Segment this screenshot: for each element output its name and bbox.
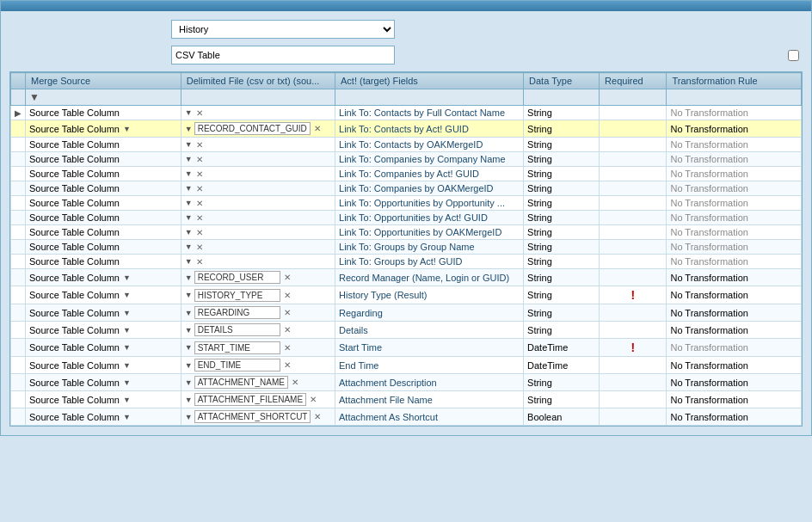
col-delimited[interactable]: Delimited File (csv or txt) (sou... [181, 73, 335, 89]
source-dropdown-arrow[interactable]: ▼ [123, 396, 131, 404]
cell-merge-source: Source Table Column [26, 211, 181, 225]
cell-required [600, 120, 667, 138]
source-label: Source Table Column [29, 107, 120, 118]
delimited-clear-button[interactable]: ✕ [196, 213, 203, 223]
delimited-clear-button[interactable]: ✕ [284, 360, 291, 370]
delimited-dropdown-arrow[interactable]: ▼ [185, 309, 193, 317]
source-dropdown-arrow[interactable]: ▼ [123, 291, 131, 299]
delimited-dropdown-arrow[interactable]: ▼ [185, 343, 193, 352]
source-label: Source Table Column [29, 198, 120, 208]
delimited-clear-button[interactable]: ✕ [284, 308, 291, 317]
cell-datatype: String [524, 211, 600, 225]
cell-act-field: Link To: Opportunities by OAKMergeID [335, 225, 524, 240]
delimited-clear-button[interactable]: ✕ [284, 273, 291, 282]
delimited-dropdown-arrow[interactable]: ▼ [185, 243, 193, 251]
cell-expand [11, 240, 26, 255]
cell-expand [11, 255, 26, 269]
cell-expand [11, 269, 26, 286]
source-label: Source Table Column [29, 242, 120, 252]
cell-required [600, 167, 667, 181]
source-dropdown-arrow[interactable]: ▼ [123, 326, 131, 335]
delimited-dropdown-arrow[interactable]: ▼ [185, 199, 193, 207]
delimited-clear-button[interactable]: ✕ [196, 169, 203, 179]
col-required[interactable]: Required [600, 73, 667, 89]
delimited-clear-button[interactable]: ✕ [196, 199, 203, 208]
delimited-clear-button[interactable]: ✕ [196, 108, 203, 118]
source-label: Source Table Column [29, 395, 120, 405]
delimited-dropdown-arrow[interactable]: ▼ [185, 108, 193, 117]
delimited-dropdown-arrow[interactable]: ▼ [185, 125, 193, 133]
transform-value: No Transformation [670, 107, 747, 118]
filter-datatype [524, 89, 600, 106]
transform-value: No Transformation [670, 325, 747, 335]
delimited-dropdown-arrow[interactable]: ▼ [185, 361, 193, 370]
delimited-clear-button[interactable]: ✕ [284, 291, 291, 300]
cell-act-field: Link To: Contacts by OAKMergeID [335, 138, 524, 152]
cell-transform: No Transformation [667, 240, 802, 255]
cell-merge-source: Source Table Column [26, 138, 181, 152]
delimited-clear-button[interactable]: ✕ [196, 155, 203, 164]
delimited-dropdown-arrow[interactable]: ▼ [185, 326, 193, 335]
act-field-text: End Time [339, 360, 378, 371]
table-body: ▶Source Table Column▼✕Link To: Contacts … [11, 106, 802, 426]
delimited-dropdown-arrow[interactable]: ▼ [185, 257, 193, 266]
cell-act-field: Regarding [335, 304, 524, 322]
delimited-dropdown-arrow[interactable]: ▼ [185, 273, 193, 282]
source-dropdown-arrow[interactable]: ▼ [123, 361, 131, 370]
delimited-dropdown-arrow[interactable]: ▼ [185, 155, 193, 163]
col-datatype[interactable]: Data Type [524, 73, 600, 89]
source-label: Source Table Column [29, 183, 120, 193]
delimited-input[interactable] [171, 46, 395, 64]
source-dropdown-arrow[interactable]: ▼ [123, 343, 131, 352]
delimited-dropdown-arrow[interactable]: ▼ [185, 169, 193, 178]
delimited-dropdown-arrow[interactable]: ▼ [185, 378, 193, 387]
table-row: Source Table Column▼✕Link To: Companies … [11, 181, 802, 196]
delimited-dropdown-arrow[interactable]: ▼ [185, 396, 193, 404]
cell-expand [11, 339, 26, 357]
filter-delimited [181, 89, 335, 106]
table-row: Source Table Column▼▼RECORD_USER✕Record … [11, 269, 802, 286]
table-row: Source Table Column▼✕Link To: Opportunit… [11, 211, 802, 225]
cell-transform: No Transformation [667, 357, 802, 374]
act-table-select[interactable]: History [171, 20, 395, 39]
col-merge-source[interactable]: Merge Source [26, 73, 181, 89]
cell-expand [11, 304, 26, 322]
source-label: Source Table Column [29, 154, 120, 164]
delimited-clear-button[interactable]: ✕ [196, 184, 203, 193]
source-dropdown-arrow[interactable]: ▼ [123, 309, 131, 317]
cell-required [600, 391, 667, 408]
delimited-dropdown-arrow[interactable]: ▼ [185, 213, 193, 222]
source-dropdown-arrow[interactable]: ▼ [123, 125, 131, 133]
delimited-dropdown-arrow[interactable]: ▼ [185, 291, 193, 299]
delimited-clear-button[interactable]: ✕ [284, 343, 291, 353]
delimited-dropdown-arrow[interactable]: ▼ [185, 413, 193, 421]
cell-merge-source: Source Table Column▼ [26, 339, 181, 357]
display-mapped-checkbox[interactable] [788, 50, 799, 61]
delimited-clear-button[interactable]: ✕ [196, 243, 203, 252]
cell-expand [11, 211, 26, 225]
delimited-clear-button[interactable]: ✕ [284, 325, 291, 335]
source-dropdown-arrow[interactable]: ▼ [123, 413, 131, 421]
delimited-dropdown-arrow[interactable]: ▼ [185, 140, 193, 149]
delimited-clear-button[interactable]: ✕ [196, 257, 203, 267]
delimited-clear-button[interactable]: ✕ [314, 124, 321, 133]
transform-value: No Transformation [670, 412, 747, 422]
col-transform[interactable]: Transformation Rule [667, 73, 802, 89]
cell-delimited: ▼ATTACHMENT_NAME✕ [181, 374, 335, 391]
col-act-fields[interactable]: Act! (target) Fields [335, 73, 524, 89]
delimited-dropdown-arrow[interactable]: ▼ [185, 228, 193, 236]
delimited-dropdown-arrow[interactable]: ▼ [185, 184, 193, 193]
delimited-clear-button[interactable]: ✕ [310, 395, 317, 404]
act-field-text: Attachment File Name [339, 395, 433, 405]
delimited-clear-button[interactable]: ✕ [196, 140, 203, 150]
delimited-clear-button[interactable]: ✕ [196, 228, 203, 237]
cell-act-field: Link To: Companies by Act! GUID [335, 167, 524, 181]
delimited-clear-button[interactable]: ✕ [314, 412, 321, 421]
source-dropdown-arrow[interactable]: ▼ [123, 378, 131, 387]
cell-expand [11, 374, 26, 391]
col-expand [11, 73, 26, 89]
cell-delimited: ▼✕ [181, 181, 335, 196]
act-table-row: History [9, 20, 803, 39]
source-dropdown-arrow[interactable]: ▼ [123, 273, 131, 282]
delimited-clear-button[interactable]: ✕ [292, 378, 298, 387]
